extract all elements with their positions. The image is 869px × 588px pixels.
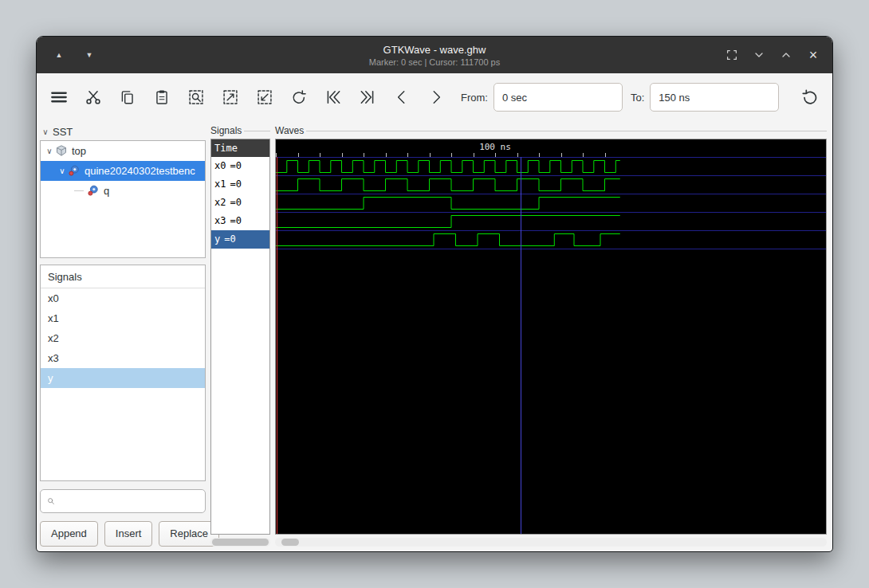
signal-list-item-x3[interactable]: x3: [41, 348, 205, 368]
step-back-button[interactable]: [392, 88, 411, 107]
zoom-fit-icon: [187, 88, 205, 106]
sst-tree: ∨ top ∨ quine20240302testbenc q: [40, 140, 206, 258]
signal-list-item-x2[interactable]: x2: [41, 328, 205, 348]
wave-signal-row-y[interactable]: y=0: [211, 230, 269, 249]
maximize-button[interactable]: [777, 45, 796, 65]
sst-collapse-icon: ∨: [41, 127, 49, 136]
waves-scroll-thumb[interactable]: [281, 539, 299, 546]
restore-icon: [725, 48, 739, 62]
sst-sidebar: ∨ SST ∨ top ∨ quine20240302testbenc q: [40, 125, 206, 547]
expander-icon[interactable]: ∨: [45, 147, 53, 155]
menu-icon: [49, 88, 69, 106]
tree-guide-line: [74, 190, 84, 191]
caret-up-button[interactable]: ▲: [49, 45, 69, 65]
tree-item-q[interactable]: q: [41, 181, 205, 201]
time-header: Time: [211, 139, 269, 157]
waves-panel-title: Waves: [275, 125, 827, 137]
tree-item-quine-testbench[interactable]: ∨ quine20240302testbenc: [41, 161, 205, 181]
insert-button[interactable]: Insert: [104, 521, 153, 547]
zoom-out-button[interactable]: [255, 88, 274, 107]
waves-column: Waves 100 ns: [275, 125, 827, 547]
signal-names-panel: Time x0=0 x1=0 x2=0 x3=0 y=0: [210, 139, 270, 535]
reload-icon: [800, 88, 820, 107]
skip-to-start-button[interactable]: [324, 88, 343, 107]
minimize-button[interactable]: [749, 45, 769, 65]
main-content: ∨ SST ∨ top ∨ quine20240302testbenc q: [37, 121, 832, 551]
paste-button[interactable]: [152, 88, 171, 107]
tree-item-top[interactable]: ∨ top: [41, 141, 205, 161]
waves-scrollbar[interactable]: [275, 538, 827, 547]
cut-icon: [85, 88, 102, 106]
signal-list-panel: Signals x0 x1 x2 x3 y: [40, 265, 206, 481]
from-input[interactable]: [493, 83, 623, 112]
paste-icon: [153, 88, 171, 106]
caret-up-icon: ▲: [56, 51, 63, 59]
menu-button[interactable]: [49, 88, 69, 107]
wave-signal-row-x3[interactable]: x3=0: [211, 212, 269, 230]
zoom-out-icon: [256, 88, 273, 106]
caret-down-icon: ▼: [86, 51, 93, 59]
names-scrollbar[interactable]: [210, 538, 270, 547]
copy-button[interactable]: [118, 88, 137, 107]
chevron-up-icon: [780, 49, 792, 61]
component-icon: [68, 164, 81, 177]
signal-list-item-y[interactable]: y: [41, 368, 205, 388]
from-label: From:: [461, 92, 488, 104]
search-input[interactable]: [60, 490, 200, 512]
step-back-icon: [393, 88, 411, 106]
zoom-in-button[interactable]: [221, 88, 240, 107]
module-cube-icon: [55, 144, 68, 157]
expander-icon[interactable]: ∨: [58, 167, 66, 175]
component-icon: [87, 184, 100, 197]
wave-signal-row-x0[interactable]: x0=0: [211, 157, 269, 175]
wave-canvas[interactable]: 100 ns: [275, 139, 827, 535]
window-title: GTKWave - wave.ghw: [383, 44, 486, 56]
toolbar: From: To:: [37, 73, 832, 121]
undo-button[interactable]: [289, 88, 309, 107]
cut-button[interactable]: [84, 88, 103, 107]
to-label: To:: [631, 92, 644, 104]
to-input[interactable]: [650, 83, 779, 112]
reload-button[interactable]: [800, 88, 820, 107]
restore-window-button[interactable]: [722, 45, 741, 65]
caret-down-button[interactable]: ▼: [80, 45, 99, 65]
undo-icon: [290, 88, 308, 106]
wave-signal-row-x1[interactable]: x1=0: [211, 175, 269, 194]
svg-text:100 ns: 100 ns: [479, 142, 511, 152]
skip-to-end-icon: [359, 88, 376, 106]
close-icon: ×: [809, 47, 818, 64]
chevron-down-icon: [753, 49, 765, 61]
signal-list-item-x0[interactable]: x0: [41, 288, 205, 308]
step-forward-icon: [427, 88, 445, 106]
signal-search-box: [40, 489, 206, 513]
skip-to-start-icon: [324, 88, 342, 106]
step-forward-button[interactable]: [427, 88, 446, 107]
close-button[interactable]: ×: [804, 45, 823, 65]
signal-list-item-x1[interactable]: x1: [41, 308, 205, 328]
signals-panel-title: Signals: [210, 125, 270, 137]
zoom-fit-button[interactable]: [187, 88, 206, 107]
names-scroll-thumb[interactable]: [212, 539, 269, 546]
copy-icon: [119, 88, 136, 106]
marker-cursor-status: Marker: 0 sec | Cursor: 111700 ps: [369, 57, 500, 67]
zoom-in-icon: [222, 88, 239, 106]
sst-header-label: SST: [53, 126, 73, 138]
skip-to-end-button[interactable]: [358, 88, 377, 107]
gtkwave-window: ▲ ▼ GTKWave - wave.ghw Marker: 0 sec | C…: [36, 36, 833, 552]
append-button[interactable]: Append: [40, 521, 98, 547]
sst-header[interactable]: ∨ SST: [40, 125, 206, 139]
signal-action-buttons: Append Insert Replace: [40, 521, 206, 547]
tree-item-label: top: [72, 145, 86, 157]
signal-list-header: Signals: [41, 265, 205, 288]
search-icon: [47, 495, 55, 508]
signal-names-column: Signals Time x0=0 x1=0 x2=0 x3=0 y=0: [210, 125, 270, 547]
wave-signal-row-x2[interactable]: x2=0: [211, 194, 269, 212]
titlebar: ▲ ▼ GTKWave - wave.ghw Marker: 0 sec | C…: [37, 37, 832, 73]
tree-item-label: q: [104, 185, 109, 197]
tree-item-label: quine20240302testbenc: [85, 165, 195, 177]
